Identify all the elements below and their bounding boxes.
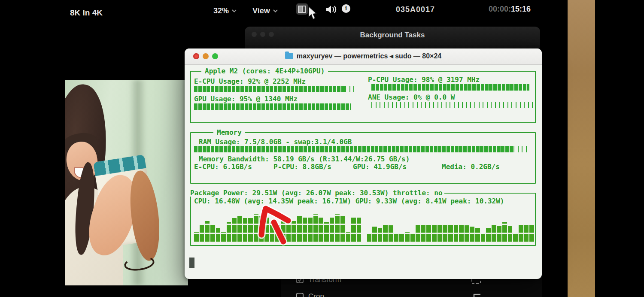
package-power-line: Package Power: 29.51W (avg: 26.07W peak:… <box>188 189 444 197</box>
gpu-usage-label: GPU Usage: 95% @ 1340 MHz <box>194 95 298 103</box>
desk-edge-background <box>568 0 595 297</box>
background-tasks-titlebar[interactable]: Background Tasks <box>245 27 540 52</box>
timecode: 00:00:15:16 <box>489 5 531 14</box>
video-bracelet <box>123 255 155 272</box>
memory-bandwidth-label: Memory Bandwidth: 58.19 GB/s (R:31.44/W:… <box>199 155 410 163</box>
background-tasks-title: Background Tasks <box>245 31 540 39</box>
ane-usage-label: ANE Usage: 0% @ 0.0 W <box>368 94 455 101</box>
memory-section-box: Memory RAM Usage: 7.5/8.0GB - swap:3.1/4… <box>190 132 536 184</box>
top-menu-bar: 8K in 4K 32% View i 035A0017 00:00:15:16 <box>0 0 575 20</box>
cpu-section-box: Apple M2 (cores: 4E+4P+10GPU) E-CPU Usag… <box>190 71 536 123</box>
ecpu-bandwidth: E-CPU: 6.1GB/s <box>194 163 252 170</box>
power-history-chart <box>194 209 534 242</box>
project-title: 8K in 4K <box>70 8 103 18</box>
crop-checkbox[interactable] <box>296 293 304 297</box>
film-frame-icon[interactable] <box>296 3 308 15</box>
film-frame-glyph <box>298 6 306 13</box>
ecpu-usage-meter <box>194 86 358 92</box>
ram-usage-meter <box>194 146 530 152</box>
memory-section-title: Memory <box>213 129 245 136</box>
media-bandwidth: Media: 0.2GB/s <box>442 163 500 170</box>
gpu-usage-meter <box>194 103 358 110</box>
power-section-box: Package Power: 29.51W (avg: 26.07W peak:… <box>190 193 536 246</box>
speaker-icon[interactable] <box>325 4 337 15</box>
crop-label: Crop <box>308 292 324 297</box>
ram-usage-label: RAM Usage: 7.5/8.0GB - swap:3.1/4.0GB <box>199 138 352 145</box>
terminal-titlebar[interactable]: maxyuryev — powermetrics ◂ sudo — 80×24 <box>185 48 542 65</box>
pcpu-usage-label: P-CPU Usage: 98% @ 3197 MHz <box>368 76 480 83</box>
timecode-hours: 00:00: <box>489 5 511 13</box>
view-menu[interactable]: View <box>252 6 278 15</box>
gpu-bandwidth: GPU: 41.9GB/s <box>353 163 407 170</box>
cpu-section-title: Apple M2 (cores: 4E+4P+10GPU) <box>201 67 328 75</box>
clip-name: 035A0017 <box>396 5 435 14</box>
crop-tool-icon[interactable] <box>471 292 482 297</box>
terminal-title: maxyuryev — powermetrics ◂ sudo — 80×24 <box>185 52 542 60</box>
ane-usage-meter <box>371 102 533 108</box>
timecode-seconds: 15:16 <box>511 5 531 13</box>
inspector-row-crop: Crop <box>281 292 542 297</box>
folder-icon <box>285 53 293 59</box>
terminal-window: maxyuryev — powermetrics ◂ sudo — 80×24 … <box>185 48 542 279</box>
video-preview-thumbnail <box>65 80 188 285</box>
cursor-icon <box>307 6 319 21</box>
chevron-down-icon <box>232 6 237 15</box>
zoom-level-menu[interactable]: 32% <box>213 6 237 15</box>
pcpu-bandwidth: P-CPU: 8.8GB/s <box>273 163 331 170</box>
terminal-cursor <box>189 258 194 268</box>
pcpu-usage-meter <box>371 84 533 91</box>
info-icon[interactable]: i <box>342 4 350 13</box>
cpu-gpu-power-line: CPU: 16.48W (avg: 14.35W peak: 16.71W) G… <box>194 197 504 205</box>
terminal-content: Apple M2 (cores: 4E+4P+10GPU) E-CPU Usag… <box>185 64 542 279</box>
ecpu-usage-label: E-CPU Usage: 92% @ 2252 MHz <box>194 78 306 85</box>
chevron-down-icon <box>273 6 278 15</box>
